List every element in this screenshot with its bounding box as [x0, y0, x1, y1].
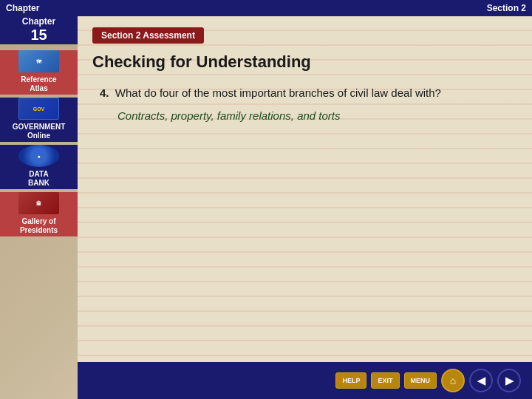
sidebar-reference-label: ReferenceAtlas: [19, 74, 58, 95]
main-title: Checking for Understanding: [92, 52, 517, 72]
home-nav-button[interactable]: ⌂: [441, 369, 465, 392]
top-bar: Chapter Section 2: [0, 0, 532, 16]
top-section-label: Section 2: [487, 3, 526, 13]
exit-button[interactable]: EXIT: [371, 372, 399, 389]
sidebar-government-label: GOVERNMENTOnline: [11, 121, 67, 142]
question-body: What do four of the most important branc…: [115, 86, 441, 99]
atlas-icon: 🗺: [18, 50, 59, 72]
sidebar-chapter-num: 15: [30, 27, 47, 43]
question-number: 4.: [100, 86, 109, 99]
bottom-toolbar: HELP EXIT MENU ⌂ ◀ ▶: [78, 362, 532, 399]
data-icon: ●: [18, 145, 59, 167]
menu-button[interactable]: MENU: [404, 372, 437, 389]
sidebar-item-government-online[interactable]: GOV GOVERNMENTOnline: [0, 98, 78, 142]
gov-icon: GOV: [18, 98, 59, 120]
section-assessment-badge: Section 2 Assessment: [92, 27, 204, 44]
sidebar-item-gallery-presidents[interactable]: 🏛 Gallery ofPresidents: [0, 192, 78, 236]
answer-text: Contracts, property, family relations, a…: [100, 108, 517, 123]
forward-nav-button[interactable]: ▶: [497, 369, 521, 392]
back-nav-button[interactable]: ◀: [469, 369, 493, 392]
sidebar-item-reference-atlas[interactable]: 🗺 ReferenceAtlas: [0, 50, 78, 95]
gallery-icon: 🏛: [18, 192, 59, 214]
question-text: 4. What do four of the most important br…: [100, 85, 517, 100]
main-content: Section 2 Assessment Checking for Unders…: [78, 16, 532, 399]
top-chapter-label: Chapter: [6, 3, 39, 13]
help-button[interactable]: HELP: [335, 372, 366, 389]
sidebar-chapter-label: Chapter: [22, 16, 55, 27]
sidebar-item-data-bank[interactable]: ● DATABANK: [0, 145, 78, 189]
sidebar-gallery-label: Gallery ofPresidents: [18, 216, 59, 236]
sidebar-databank-label: DATABANK: [27, 168, 51, 189]
question-block: 4. What do four of the most important br…: [92, 85, 517, 123]
sidebar: Chapter 15 🗺 ReferenceAtlas GOV GOVERNME…: [0, 0, 78, 399]
